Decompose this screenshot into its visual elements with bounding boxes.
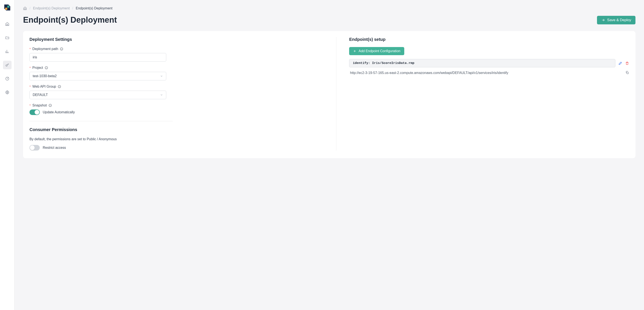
group-label: Web API Group xyxy=(32,85,56,89)
edit-endpoint-button[interactable] xyxy=(618,61,622,65)
main-content: / Endpoint(s) Deployment / Endpoint(s) D… xyxy=(14,0,644,310)
nav-chart[interactable] xyxy=(3,47,12,56)
snapshot-field: * Snapshot Update Automatically xyxy=(30,104,323,115)
info-icon[interactable] xyxy=(58,85,61,88)
svg-rect-1 xyxy=(7,6,10,8)
permissions-hint: By default, the permissions are set to P… xyxy=(30,137,323,141)
endpoint-url: http://ec2-3-19-57-165.us-east-2.compute… xyxy=(350,70,624,76)
chevron-down-icon xyxy=(160,75,163,78)
info-icon[interactable] xyxy=(60,47,63,51)
permissions-title: Consumer Permissions xyxy=(30,127,323,132)
home-icon[interactable] xyxy=(23,7,27,10)
required-marker: * xyxy=(30,66,30,70)
snapshot-label: Snapshot xyxy=(32,104,47,107)
required-marker: * xyxy=(30,104,30,107)
info-icon[interactable] xyxy=(45,66,48,70)
breadcrumb-separator: / xyxy=(30,7,30,10)
deployment-path-input[interactable] xyxy=(30,53,166,62)
page-header: Endpoint(s) Deployment Save & Deploy xyxy=(23,16,636,25)
path-label: Deployment path xyxy=(32,47,58,51)
breadcrumb: / Endpoint(s) Deployment / Endpoint(s) D… xyxy=(23,4,636,16)
nav-settings[interactable] xyxy=(3,88,12,97)
breadcrumb-link[interactable]: Endpoint(s) Deployment xyxy=(33,7,70,10)
snapshot-toggle[interactable] xyxy=(30,109,40,115)
add-endpoint-label: Add Endpoint Configuration xyxy=(358,49,400,53)
save-deploy-button[interactable]: Save & Deploy xyxy=(597,16,636,24)
chevron-down-icon xyxy=(160,93,163,96)
restrict-access-toggle[interactable] xyxy=(30,145,40,151)
setup-column: Endpoint(s) setup Add Endpoint Configura… xyxy=(336,37,629,151)
endpoint-display: identify: Iris/ScoreIrisData.rmp xyxy=(349,59,615,67)
svg-point-8 xyxy=(6,92,8,93)
delete-endpoint-button[interactable] xyxy=(625,61,629,65)
group-value: DEFAULT xyxy=(33,93,48,97)
sidebar xyxy=(0,0,14,310)
project-select[interactable]: test-1030-beta2 xyxy=(30,72,166,80)
deployment-path-field: * Deployment path xyxy=(30,47,323,62)
app-logo xyxy=(4,4,11,11)
endpoint-row: identify: Iris/ScoreIrisData.rmp xyxy=(349,59,629,67)
copy-url-button[interactable] xyxy=(626,71,629,74)
save-deploy-label: Save & Deploy xyxy=(607,18,631,22)
restrict-label: Restrict access xyxy=(43,146,66,150)
nav-clock[interactable] xyxy=(3,74,12,83)
breadcrumb-current: Endpoint(s) Deployment xyxy=(76,7,112,10)
breadcrumb-separator: / xyxy=(72,7,73,10)
project-field: * Project test-1030-beta2 xyxy=(30,66,323,80)
info-icon[interactable] xyxy=(48,104,52,107)
deployment-card: Deployment Settings * Deployment path * … xyxy=(23,31,636,158)
web-api-group-select[interactable]: DEFAULT xyxy=(30,91,166,99)
nav-folder[interactable] xyxy=(3,33,12,42)
endpoint-url-row: http://ec2-3-19-57-165.us-east-2.compute… xyxy=(349,70,629,76)
setup-title: Endpoint(s) setup xyxy=(349,37,629,42)
required-marker: * xyxy=(30,47,30,51)
add-endpoint-button[interactable]: Add Endpoint Configuration xyxy=(349,47,404,55)
svg-rect-0 xyxy=(5,8,7,10)
web-api-group-field: * Web API Group DEFAULT xyxy=(30,85,323,99)
required-marker: * xyxy=(30,85,30,88)
project-value: test-1030-beta2 xyxy=(33,74,56,78)
nav-home[interactable] xyxy=(3,20,12,28)
project-label: Project xyxy=(32,66,43,70)
svg-rect-21 xyxy=(627,72,628,74)
page-title: Endpoint(s) Deployment xyxy=(23,16,117,25)
snapshot-toggle-label: Update Automatically xyxy=(43,110,75,114)
settings-column: Deployment Settings * Deployment path * … xyxy=(30,37,336,151)
nav-key[interactable] xyxy=(3,61,12,69)
svg-point-6 xyxy=(6,65,7,66)
settings-title: Deployment Settings xyxy=(30,37,323,42)
